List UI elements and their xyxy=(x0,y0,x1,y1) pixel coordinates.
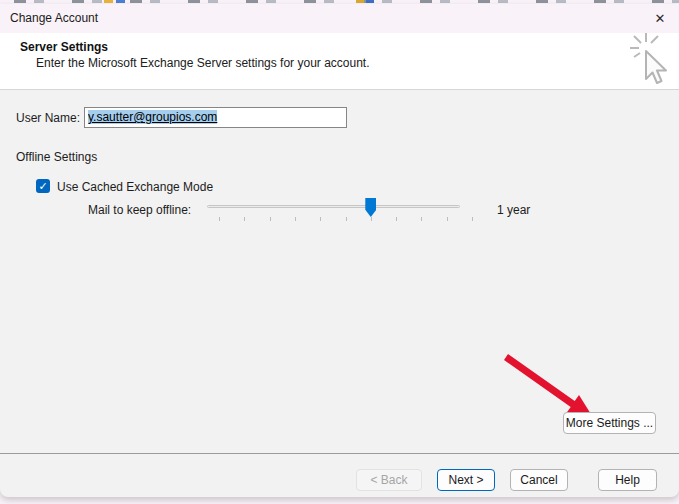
close-icon[interactable]: ✕ xyxy=(646,6,674,31)
background-fragment xyxy=(116,0,125,3)
page-title: Server Settings xyxy=(20,40,108,54)
offline-settings-label: Offline Settings xyxy=(16,150,97,164)
slider-tick xyxy=(421,217,422,221)
slider-tick xyxy=(447,217,448,221)
cached-exchange-mode-checkbox[interactable]: ✓ xyxy=(36,179,50,193)
slider-track[interactable] xyxy=(207,205,460,208)
back-button[interactable]: < Back xyxy=(356,469,422,491)
slider-tick xyxy=(270,217,271,221)
user-name-selected-text: y.sautter@groupios.com xyxy=(88,110,217,124)
slider-tick xyxy=(371,217,372,221)
next-button[interactable]: Next > xyxy=(437,469,495,491)
mail-offline-label: Mail to keep offline: xyxy=(88,203,191,217)
help-button[interactable]: Help xyxy=(598,469,657,491)
cursor-spark-icon xyxy=(626,33,672,93)
cancel-button[interactable]: Cancel xyxy=(510,469,568,491)
mail-offline-slider[interactable] xyxy=(207,196,473,224)
user-name-label: User Name: xyxy=(16,111,80,125)
slider-thumb[interactable] xyxy=(365,198,376,217)
user-name-input[interactable]: y.sautter@groupios.com xyxy=(84,107,347,128)
footer-divider xyxy=(0,453,679,454)
cached-exchange-mode-label[interactable]: Use Cached Exchange Mode xyxy=(57,180,213,194)
background-fragment xyxy=(366,0,374,3)
slider-tick xyxy=(346,217,347,221)
slider-tick xyxy=(244,217,245,221)
page-subtitle: Enter the Microsoft Exchange Server sett… xyxy=(36,56,370,70)
slider-tick xyxy=(219,217,220,221)
more-settings-button[interactable]: More Settings ... xyxy=(563,412,656,434)
background-fragment xyxy=(356,0,364,3)
slider-tick xyxy=(320,217,321,221)
dialog-titlebar xyxy=(0,4,679,33)
slider-tick xyxy=(396,217,397,221)
background-window-fragments xyxy=(0,0,679,3)
background-fragment xyxy=(104,0,113,3)
slider-tick xyxy=(295,217,296,221)
dialog-title: Change Account xyxy=(10,11,98,25)
mail-offline-value: 1 year xyxy=(497,203,530,217)
slider-tick xyxy=(472,217,473,221)
